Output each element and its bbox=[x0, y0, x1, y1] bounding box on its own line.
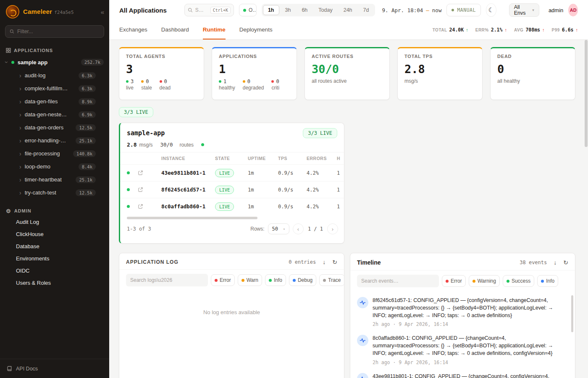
agents-stale-stat: 0stale bbox=[141, 79, 152, 91]
sidebar-item-data-gen-orders[interactable]: ›data-gen-orders12.5k bbox=[0, 121, 109, 134]
sidebar-item-database[interactable]: Database bbox=[0, 240, 109, 252]
tab-runtime[interactable]: Runtime bbox=[203, 20, 226, 39]
activity-icon bbox=[357, 297, 368, 308]
debug-dot bbox=[293, 279, 296, 282]
log-search-input[interactable] bbox=[126, 274, 208, 286]
card-total-agents: TOTAL AGENTS 3 3live 0stale 0dead bbox=[119, 47, 204, 100]
environment-select[interactable]: All Envs ▾ bbox=[509, 3, 539, 17]
arrow-up-icon: ↑ bbox=[504, 27, 507, 32]
sidebar-collapse-button[interactable]: « bbox=[101, 9, 104, 15]
log-filter-trace[interactable]: Trace bbox=[319, 274, 344, 286]
card-subtitle: all routes active bbox=[312, 78, 383, 84]
log-filter-warn[interactable]: Warn bbox=[238, 274, 262, 286]
sidebar-item-timer-heartbeat[interactable]: ›timer-heartbeat25.1k bbox=[0, 173, 109, 186]
sidebar-item-oidc[interactable]: OIDC bbox=[0, 265, 109, 277]
instance-row[interactable]: 8f6245c61d57-1 LIVE 1m 0.9/s 4.2% 1 bbox=[120, 181, 344, 198]
sidebar-filter-box[interactable] bbox=[5, 25, 104, 38]
search-icon bbox=[188, 8, 193, 13]
timeline-event[interactable]: 43ee9811b801-1: CONFIG_APPLIED — {change… bbox=[357, 369, 566, 378]
download-icon[interactable]: ↓ bbox=[554, 260, 556, 265]
api-docs-link[interactable]: API Docs bbox=[0, 359, 109, 378]
instance-row[interactable]: 8c0affadb860-1 LIVE 1m 0.9/s 4.2% 1 bbox=[120, 198, 344, 215]
app-health-dot bbox=[201, 143, 204, 146]
external-link-icon[interactable] bbox=[138, 170, 161, 176]
chevron-down-icon: ▾ bbox=[532, 8, 534, 12]
sidebar-item-audit-log-admin[interactable]: Audit Log bbox=[0, 216, 109, 228]
sidebar: Cameleerf24a5e5 « APPLICATIONS › sample … bbox=[0, 0, 109, 378]
timeline-scrollbar[interactable] bbox=[571, 295, 573, 332]
refresh-icon[interactable]: ↻ bbox=[332, 259, 337, 265]
sidebar-item-clickhouse[interactable]: ClickHouse bbox=[0, 228, 109, 240]
sidebar-item-try-catch-test[interactable]: ›try-catch-test12.5k bbox=[0, 186, 109, 199]
sidebar-item-audit-log[interactable]: ›audit-log6.3k bbox=[0, 69, 109, 82]
timeline-filter-error[interactable]: Error bbox=[442, 275, 466, 287]
log-filter-debug[interactable]: Debug bbox=[289, 274, 316, 286]
page-scrollbar[interactable] bbox=[585, 40, 588, 147]
time-range-3h[interactable]: 3h bbox=[280, 5, 296, 15]
sidebar-nav: APPLICATIONS › sample app 252.7k ›audit-… bbox=[0, 41, 109, 359]
sidebar-item-users-roles[interactable]: Users & Roles bbox=[0, 277, 109, 289]
status-dot bbox=[141, 80, 144, 83]
event-timestamp: 2h ago · 9 Apr 2026, 16:14 bbox=[373, 321, 566, 327]
card-dead: DEAD 0 all healthy bbox=[490, 47, 575, 100]
rows-per-page-select[interactable]: 50▾ bbox=[268, 223, 289, 234]
instance-status-dot bbox=[127, 205, 130, 208]
dark-mode-toggle[interactable]: ☾ bbox=[486, 3, 496, 17]
app-root-label: sample app bbox=[18, 59, 48, 66]
sidebar-item-sample-app[interactable]: › sample app 252.7k bbox=[0, 55, 109, 69]
refresh-icon[interactable]: ↻ bbox=[563, 260, 568, 265]
time-range-1h[interactable]: 1h bbox=[263, 5, 279, 15]
next-page-button[interactable]: › bbox=[327, 223, 338, 234]
filter-input[interactable] bbox=[17, 29, 100, 34]
timeline-search-input[interactable] bbox=[357, 275, 439, 287]
instance-row[interactable]: 43ee9811b801-1 LIVE 1m 0.9/s 4.2% 1 bbox=[120, 164, 344, 181]
date-range-display[interactable]: 9. Apr. 18:04 — now bbox=[382, 7, 441, 13]
sidebar-item-data-gen-nested[interactable]: ›data-gen-neste…6.9k bbox=[0, 108, 109, 121]
timeline-event[interactable]: 8f6245c61d57-1: CONFIG_APPLIED — {config… bbox=[357, 293, 566, 331]
timeline-filter-success[interactable]: Success bbox=[503, 275, 534, 287]
time-range-today[interactable]: Today bbox=[313, 5, 337, 15]
app-routes-value: 30/0 bbox=[160, 142, 173, 148]
log-filter-info[interactable]: Info bbox=[265, 274, 286, 286]
tab-exchanges[interactable]: Exchanges bbox=[119, 20, 147, 39]
count-badge: 6.3k bbox=[79, 85, 96, 92]
timeline-event[interactable]: 8c0affadb860-1: CONFIG_APPLIED — {change… bbox=[357, 331, 566, 369]
time-range-6h[interactable]: 6h bbox=[297, 5, 312, 15]
sidebar-item-data-gen-files[interactable]: ›data-gen-files8.9k bbox=[0, 95, 109, 108]
avatar[interactable]: AD bbox=[568, 4, 578, 16]
count-badge: 140.8k bbox=[73, 150, 96, 157]
time-range-7d[interactable]: 7d bbox=[358, 5, 374, 15]
chevron-right-icon: › bbox=[19, 86, 21, 92]
col-errors: ERRORS bbox=[307, 156, 337, 161]
status-dot bbox=[160, 80, 162, 83]
download-icon[interactable]: ↓ bbox=[323, 259, 326, 265]
filter-label: Error bbox=[451, 278, 462, 284]
app-card-title[interactable]: sample-app bbox=[127, 129, 165, 137]
timeline-filter-info[interactable]: Info bbox=[537, 275, 558, 287]
refresh-mode-button[interactable]: MANUAL bbox=[446, 4, 481, 16]
external-link-icon[interactable] bbox=[138, 187, 161, 192]
card-value: 30/0 bbox=[312, 63, 383, 76]
global-search[interactable]: Ctrl+K bbox=[184, 4, 234, 16]
timeline-panel: Timeline 38 events ↓ ↻ Error Warning Suc… bbox=[350, 253, 575, 378]
error-dot bbox=[446, 280, 449, 283]
sidebar-item-complex-fulfillment[interactable]: ›complex-fulfillm…6.3k bbox=[0, 82, 109, 95]
count-badge: 12.5k bbox=[76, 124, 96, 131]
online-indicator[interactable]: O… bbox=[239, 4, 257, 16]
prev-page-button[interactable]: ‹ bbox=[293, 223, 304, 234]
sidebar-item-environments[interactable]: Environments bbox=[0, 252, 109, 265]
time-range-24h[interactable]: 24h bbox=[339, 5, 357, 15]
uptime-value: 1m bbox=[248, 204, 278, 210]
admin-section-header: ⚙ ADMIN bbox=[0, 206, 109, 216]
stat-label: ERR% bbox=[475, 28, 489, 32]
global-search-input[interactable] bbox=[195, 7, 208, 13]
tab-dashboard[interactable]: Dashboard bbox=[161, 20, 189, 39]
external-link-icon[interactable] bbox=[138, 204, 161, 209]
sidebar-item-error-handling[interactable]: ›error-handling-…25.1k bbox=[0, 134, 109, 147]
timeline-filter-warning[interactable]: Warning bbox=[469, 275, 500, 287]
admin-item-label: Users & Roles bbox=[16, 280, 51, 286]
tab-deployments[interactable]: Deployments bbox=[239, 20, 273, 39]
log-filter-error[interactable]: Error bbox=[211, 274, 235, 286]
sidebar-item-loop-demo[interactable]: ›loop-demo8.4k bbox=[0, 160, 109, 173]
sidebar-item-file-processing[interactable]: ›file-processing140.8k bbox=[0, 147, 109, 160]
